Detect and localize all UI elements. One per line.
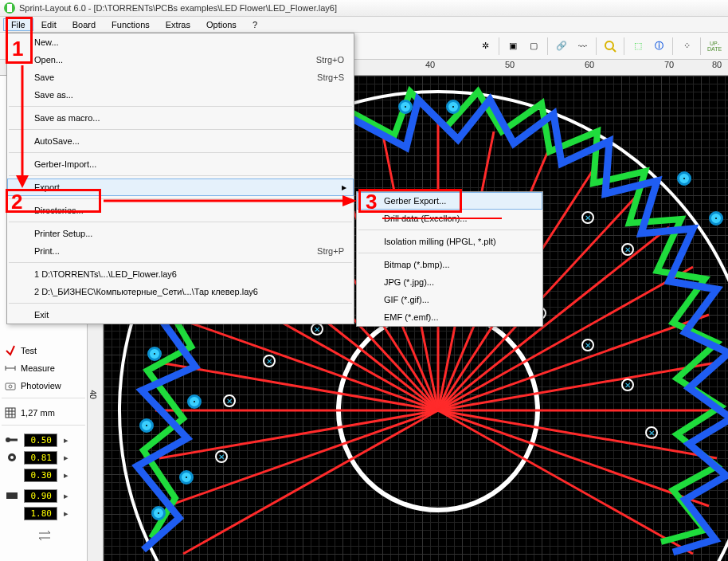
spinner-up-icon[interactable]: ▸ <box>62 434 70 446</box>
toolbar-separator <box>624 37 624 55</box>
submenu-arrow-icon: ▶ <box>342 184 346 191</box>
toolbar-separator <box>672 37 673 55</box>
menu-item-gerber-import[interactable]: Gerber-Import... <box>7 155 354 173</box>
menu-separator <box>9 129 352 130</box>
tool-measure[interactable]: Measure <box>2 359 85 377</box>
menu-options[interactable]: Options <box>198 18 245 31</box>
toolbar-autoroute-button[interactable]: 〰 <box>573 37 592 56</box>
menu-item-emf[interactable]: EMF (*.emf)... <box>357 308 542 326</box>
menu-item-exit[interactable]: Exit <box>7 306 354 324</box>
annotation-label-2: 2 <box>11 190 22 214</box>
tool-photoview-label: Photoview <box>21 381 61 390</box>
menu-item-gif[interactable]: GIF (*.gif)... <box>357 291 542 308</box>
menu-item-label: GIF (*.gif)... <box>384 295 429 304</box>
menu-separator <box>358 253 541 253</box>
smd-icon <box>5 491 19 500</box>
menu-item-recent-2[interactable]: 2 D:\_БИЗНЕС\Компьютерные_Сети\...\Тар к… <box>7 283 354 300</box>
svg-rect-23 <box>6 492 18 499</box>
menu-item-bitmap[interactable]: Bitmap (*.bmp)... <box>357 256 542 273</box>
file-menu-dropdown: New... Open...Strg+O SaveStrg+S Save as.… <box>6 33 354 324</box>
toolbar-snap-button[interactable]: ✲ <box>476 37 495 56</box>
pcb-pad <box>147 347 162 361</box>
annotation-arrow-right <box>104 194 357 207</box>
tool-photoview[interactable]: Photoview <box>2 377 85 394</box>
menu-separator <box>9 222 352 222</box>
toolbar-separator <box>547 37 548 55</box>
menu-item-save[interactable]: SaveStrg+S <box>7 69 354 86</box>
smd-h-control[interactable]: 1.80 ▸ <box>2 504 85 522</box>
toolbar-update-button[interactable]: UP-DATE <box>705 37 724 56</box>
svg-point-13 <box>9 385 12 388</box>
toolbar-ungroup-button[interactable]: ▢ <box>524 37 543 56</box>
toolbar-select-button[interactable]: ⬚ <box>628 37 648 56</box>
swap-icon <box>36 530 55 541</box>
spinner-up-icon[interactable]: ▸ <box>62 489 70 502</box>
menu-edit[interactable]: Edit <box>33 18 65 31</box>
menu-item-autosave[interactable]: AutoSave... <box>7 132 354 150</box>
app-icon <box>3 2 16 14</box>
pcb-pad <box>139 418 154 433</box>
pcb-via <box>581 211 594 224</box>
menu-item-label: Save <box>34 73 54 82</box>
pcb-pad <box>709 211 723 226</box>
menu-item-save-macro[interactable]: Save as macro... <box>7 109 354 127</box>
smd-w-control[interactable]: 0.90 ▸ <box>2 487 85 504</box>
toolbar-info-button[interactable]: ⓘ <box>649 37 668 56</box>
menu-board[interactable]: Board <box>65 18 104 31</box>
menu-item-new[interactable]: New... <box>7 33 354 51</box>
menu-separator <box>9 106 352 107</box>
menu-item-print[interactable]: Print...Strg+P <box>7 242 354 260</box>
menu-item-label: Save as... <box>34 90 73 100</box>
toolbar-group-button[interactable]: ▣ <box>503 37 523 56</box>
pcb-via <box>621 379 634 391</box>
tool-test[interactable]: Test <box>2 342 85 359</box>
toolbar-separator <box>499 37 499 55</box>
grid-value: 1,27 mm <box>21 408 55 418</box>
menu-separator <box>9 152 352 153</box>
ruler-tick-label: 70 <box>664 60 674 69</box>
pcb-via <box>263 355 276 367</box>
menu-item-recent-1[interactable]: 1 D:\TORRENTs\...\LED_Flower.lay6 <box>7 265 354 283</box>
pad-outer-value: 0.81 <box>24 451 57 465</box>
toolbar-connections-button[interactable]: 🔗 <box>552 37 571 56</box>
pcb-pad <box>151 506 166 520</box>
spinner-up-icon[interactable]: ▸ <box>62 451 70 464</box>
grid-icon <box>5 407 16 418</box>
spinner-up-icon[interactable]: ▸ <box>62 469 70 481</box>
menu-item-label: 2 D:\_БИЗНЕС\Компьютерные_Сети\...\Тар к… <box>34 287 258 296</box>
toolbar-scanned-button[interactable]: ⁘ <box>677 37 696 56</box>
grid-setting[interactable]: 1,27 mm <box>2 404 85 422</box>
menu-extras[interactable]: Extras <box>158 18 198 31</box>
menu-item-open[interactable]: Open...Strg+O <box>7 51 354 69</box>
spinner-up-icon[interactable]: ▸ <box>62 507 70 520</box>
menu-functions[interactable]: Functions <box>104 18 158 31</box>
swap-dims-button[interactable] <box>2 527 85 544</box>
pad-size-control[interactable]: 0.81 ▸ <box>2 449 85 466</box>
toolbar-separator <box>700 37 701 55</box>
menu-item-label: New... <box>34 37 59 47</box>
pad-inner-value: 0.30 <box>24 469 57 482</box>
menu-item-label: JPG (*.jpg)... <box>384 277 434 287</box>
menu-item-isolation-milling[interactable]: Isolation milling (HPGL, *.plt) <box>357 233 542 250</box>
title-bar: Sprint-Layout 6.0 - [D:\TORRENTs\PCBs ex… <box>0 0 728 17</box>
menu-shortcut: Strg+P <box>317 246 344 256</box>
svg-point-7 <box>605 41 613 49</box>
menu-item-printer-setup[interactable]: Printer Setup... <box>7 225 354 242</box>
menu-item-jpg[interactable]: JPG (*.jpg)... <box>357 273 542 291</box>
track-width-control[interactable]: 0.50 ▸ <box>2 431 85 449</box>
menu-help[interactable]: ? <box>245 18 265 31</box>
svg-line-45 <box>438 410 709 506</box>
pad-drill-control[interactable]: 0.30 ▸ <box>2 466 85 484</box>
annotation-label-3: 3 <box>366 190 377 214</box>
ruler-tick-label: 40 <box>88 390 97 398</box>
measure-icon <box>5 363 16 374</box>
track-icon <box>5 435 19 445</box>
menu-item-label: Save as macro... <box>34 113 100 123</box>
svg-marker-52 <box>16 175 29 188</box>
svg-line-41 <box>438 315 709 410</box>
menu-item-saveas[interactable]: Save as... <box>7 86 354 104</box>
svg-marker-54 <box>342 195 357 206</box>
svg-line-49 <box>167 410 438 506</box>
toolbar-zoom-button[interactable] <box>601 37 620 56</box>
menu-shortcut: Strg+S <box>317 73 344 82</box>
